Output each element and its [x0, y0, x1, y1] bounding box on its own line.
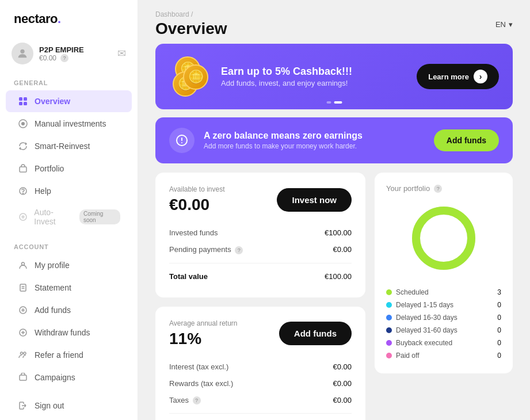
sidebar-item-label: Statement [35, 283, 71, 292]
legend-dot [386, 340, 392, 346]
dot-1[interactable] [326, 101, 331, 104]
content-area: 🪙 🪙 🪙 Earn up to 5% Cashback!!! Add fund… [138, 44, 530, 420]
taxes-row: Taxes ? €0.00 [169, 392, 352, 409]
user-info: P2P EMPIRE €0.00 ? [39, 45, 112, 62]
legend-value: 0 [497, 339, 501, 347]
legend-item: Scheduled 3 [386, 286, 501, 299]
legend-label-text: Paid off [396, 352, 419, 360]
sidebar-item-label: My profile [35, 261, 70, 270]
invest-card-header: Available to invest €0.00 Invest now [169, 185, 352, 214]
arrow-right-icon: › [474, 70, 487, 83]
refer-icon [17, 349, 29, 361]
sidebar-item-overview[interactable]: Overview [6, 90, 132, 112]
sidebar-item-label: Sign out [35, 401, 64, 410]
svg-point-6 [21, 122, 25, 125]
sidebar-item-label: Auto-Invest [34, 208, 74, 226]
svg-rect-3 [19, 102, 22, 105]
zero-subtitle: Add more funds to make your money work h… [204, 142, 425, 150]
donut-svg [406, 201, 481, 276]
add-funds-card-button[interactable]: Add funds [279, 322, 352, 345]
pending-help-icon[interactable]: ? [235, 246, 243, 254]
balance-help[interactable]: ? [60, 54, 68, 62]
invested-funds-row: Invested funds €100.00 [169, 224, 352, 241]
interest-label: Interest (tax excl.) [169, 362, 228, 371]
sidebar-item-refer-a-friend[interactable]: Refer a friend [6, 344, 132, 366]
total-value-row: Total value €100.00 [169, 268, 352, 285]
taxes-label: Taxes ? [169, 396, 201, 405]
lang-selector[interactable]: EN ▾ [495, 20, 513, 29]
campaigns-icon [17, 372, 29, 383]
account-label: ACCOUNT [0, 238, 138, 254]
sidebar-item-label: Campaigns [35, 373, 75, 382]
mail-icon[interactable]: ✉ [117, 47, 126, 60]
user-name: P2P EMPIRE [39, 45, 112, 54]
legend-dot [386, 315, 392, 320]
taxes-help-icon[interactable]: ? [193, 396, 201, 404]
earnings-divider [169, 413, 352, 414]
portfolio-icon [17, 163, 29, 174]
sidebar-item-campaigns[interactable]: Campaigns [6, 366, 132, 388]
card-divider [169, 263, 352, 264]
legend-item: Delayed 16-30 days 0 [386, 311, 501, 324]
taxes-value: €0.00 [333, 396, 352, 404]
sidebar-item-help[interactable]: Help [6, 180, 132, 202]
add-funds-banner-button[interactable]: Add funds [434, 129, 499, 151]
donut-chart [386, 201, 501, 276]
overview-icon [17, 96, 29, 107]
pending-payments-value: €0.00 [333, 245, 352, 254]
legend-item: Delayed 1-15 days 0 [386, 299, 501, 311]
page-header: Dashboard / Overview EN ▾ [138, 0, 530, 44]
svg-point-30 [416, 211, 471, 266]
coins-illustration: 🪙 🪙 🪙 [169, 56, 215, 97]
banner-title: Earn up to 5% Cashback!!! [221, 66, 417, 78]
zero-text: A zero balance means zero earnings Add m… [204, 131, 425, 150]
sidebar-item-statement[interactable]: Statement [6, 277, 132, 299]
sign-out-icon [17, 400, 29, 411]
legend-value: 3 [497, 288, 501, 296]
learn-more-button[interactable]: Learn more › [417, 64, 499, 89]
avatar [12, 43, 33, 64]
legend-item: Paid off 0 [386, 349, 501, 362]
sidebar-item-sign-out[interactable]: Sign out [6, 395, 132, 417]
legend-value: 0 [497, 301, 501, 309]
sidebar-item-manual-investments[interactable]: Manual investments [6, 113, 132, 135]
legend-label-text: Delayed 1-15 days [396, 301, 453, 309]
return-amount: 11% [169, 330, 238, 348]
svg-rect-2 [24, 97, 27, 101]
dot-2[interactable] [334, 101, 342, 104]
coming-soon-badge: Coming soon [79, 209, 120, 224]
legend-label-text: Delayed 16-30 days [396, 314, 457, 322]
general-label: GENERAL [0, 74, 138, 90]
portfolio-help-icon[interactable]: ? [434, 185, 442, 193]
sidebar-item-label: Refer a friend [35, 350, 83, 360]
sidebar-item-label: Withdraw funds [35, 328, 90, 337]
cashback-banner: 🪙 🪙 🪙 Earn up to 5% Cashback!!! Add fund… [155, 44, 513, 109]
total-value-value: €100.00 [325, 272, 352, 281]
legend-dot [386, 289, 392, 295]
sidebar-item-label: Smart-Reinvest [35, 142, 90, 151]
sidebar-item-add-funds[interactable]: Add funds [6, 299, 132, 321]
legend-value: 0 [497, 352, 501, 360]
user-balance: €0.00 ? [39, 54, 112, 62]
sidebar-item-auto-invest[interactable]: Auto-Invest Coming soon [6, 203, 132, 231]
sidebar-item-withdraw-funds[interactable]: Withdraw funds [6, 322, 132, 343]
legend-label-text: Scheduled [396, 288, 429, 296]
svg-point-9 [23, 193, 24, 194]
sidebar-item-my-profile[interactable]: My profile [6, 254, 132, 276]
account-nav: My profile Statement Add funds Withdraw … [0, 254, 138, 389]
portfolio-title: Your portfolio ? [386, 184, 501, 193]
svg-rect-1 [19, 97, 22, 101]
statement-icon [17, 282, 29, 293]
sidebar-item-label: Help [35, 186, 51, 196]
manual-investments-icon [17, 118, 29, 129]
help-icon [17, 185, 29, 197]
legend-value: 0 [497, 326, 501, 334]
zero-balance-banner: A zero balance means zero earnings Add m… [155, 117, 513, 163]
dashboard-cards: Available to invest €0.00 Invest now Inv… [155, 173, 513, 420]
sidebar-item-label: Add funds [35, 306, 71, 315]
main-content: Dashboard / Overview EN ▾ 🪙 🪙 🪙 Earn up … [138, 0, 530, 420]
sidebar-item-portfolio[interactable]: Portfolio [6, 158, 132, 180]
invest-now-button[interactable]: Invest now [277, 188, 352, 212]
sidebar-item-smart-reinvest[interactable]: Smart-Reinvest [6, 135, 132, 157]
banner-text: Earn up to 5% Cashback!!! Add funds, inv… [215, 66, 417, 87]
